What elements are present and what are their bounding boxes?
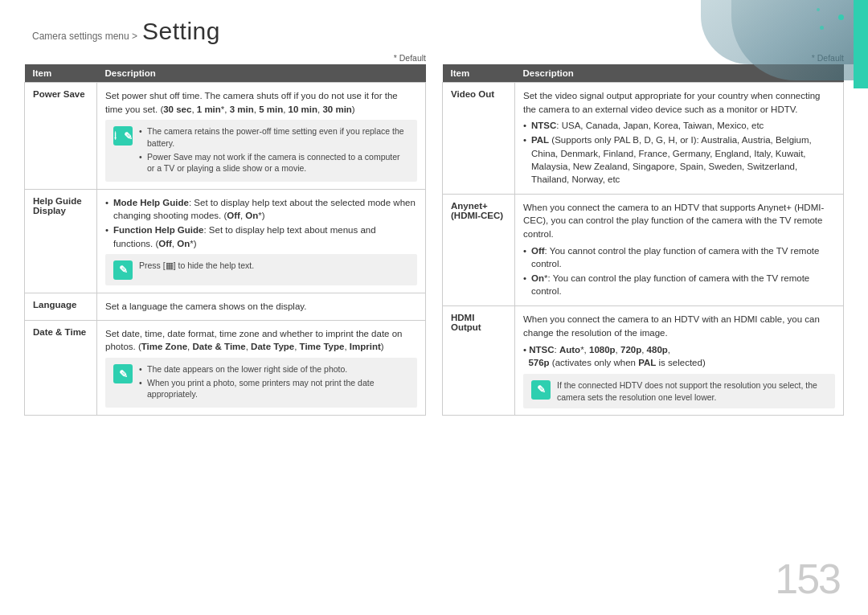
list-item: Function Help Guide: Set to display help…	[105, 223, 417, 249]
help-guide-note-text: Press [▦] to hide the help text.	[139, 260, 254, 272]
table-row: HDMI Output When you connect the camera …	[443, 306, 844, 416]
left-col-desc: Description	[97, 64, 426, 83]
note-icon-help-guide: ✎	[113, 260, 133, 280]
table-row: Help GuideDisplay Mode Help Guide: Set t…	[25, 190, 426, 293]
anynet-list: Off: You cannot control the play functio…	[523, 244, 835, 297]
list-item: PAL (Supports only PAL B, D, G, H, or I)…	[523, 133, 835, 185]
date-time-intro: Set date, time, date format, time zone a…	[105, 327, 417, 354]
page-title: Setting	[142, 18, 220, 45]
left-table-container: * Default Item Description Power Save Se…	[24, 53, 426, 416]
desc-video-out: Set the video signal output appropriate …	[515, 83, 844, 195]
list-item: The camera retains the power-off time se…	[139, 125, 409, 149]
note-icon-hdmi: ✎	[531, 380, 551, 400]
item-help-guide: Help GuideDisplay	[25, 190, 97, 293]
page-header: Camera settings menu > Setting	[0, 0, 868, 53]
list-item: When you print a photo, some printers ma…	[139, 377, 409, 400]
help-guide-list: Mode Help Guide: Set to display help tex…	[105, 196, 417, 249]
desc-help-guide: Mode Help Guide: Set to display help tex…	[97, 190, 426, 293]
desc-date-time: Set date, time, date format, time zone a…	[97, 320, 426, 416]
note-icon-date-time: ✎	[113, 364, 133, 383]
video-out-list: NTSC: USA, Canada, Japan, Korea, Taiwan,…	[523, 119, 835, 185]
list-item: Power Save may not work if the camera is…	[139, 151, 409, 174]
power-save-intro: Set power shut off time. The camera shut…	[105, 89, 417, 116]
desc-hdmi: When you connect the camera to an HDTV w…	[515, 306, 844, 416]
item-language: Language	[25, 293, 97, 320]
date-time-note-text: The date appears on the lower right side…	[139, 363, 409, 402]
desc-language: Set a language the camera shows on the d…	[97, 293, 426, 320]
table-row: Date & Time Set date, time, date format,…	[25, 320, 426, 416]
note-icon-power-save: ✎	[113, 126, 133, 146]
right-col-desc: Description	[515, 64, 844, 83]
right-default-note: * Default	[442, 53, 844, 64]
breadcrumb: Camera settings menu >	[32, 31, 137, 42]
left-settings-table: Item Description Power Save Set power sh…	[24, 64, 426, 416]
hdmi-note-text: If the connected HDTV does not support t…	[557, 379, 827, 403]
table-row: Language Set a language the camera shows…	[25, 293, 426, 320]
desc-power-save: Set power shut off time. The camera shut…	[97, 83, 426, 190]
table-row: Video Out Set the video signal output ap…	[443, 83, 844, 195]
hdmi-bullets: • NTSC: Auto*, 1080p, 720p, 480p, 576p (…	[523, 343, 835, 370]
hdmi-note: ✎ If the connected HDTV does not support…	[523, 374, 835, 408]
svg-rect-1	[115, 133, 116, 138]
table-row: Power Save Set power shut off time. The …	[25, 83, 426, 190]
list-item: On*: You can control the play function o…	[523, 272, 835, 297]
item-hdmi: HDMI Output	[443, 306, 515, 416]
anynet-intro: When you connect the camera to an HDTV t…	[523, 201, 835, 241]
right-table-container: * Default Item Description Video Out Set…	[442, 53, 844, 416]
left-col-item: Item	[25, 64, 97, 83]
list-item: NTSC: USA, Canada, Japan, Korea, Taiwan,…	[523, 119, 835, 132]
list-item: The date appears on the lower right side…	[139, 363, 409, 375]
item-anynet: Anynet+(HDMI-CEC)	[443, 194, 515, 305]
desc-anynet: When you connect the camera to an HDTV t…	[515, 194, 844, 305]
power-save-note-text: The camera retains the power-off time se…	[139, 125, 409, 176]
svg-marker-2	[115, 131, 116, 132]
date-time-note: ✎ The date appears on the lower right si…	[105, 358, 417, 408]
main-content: * Default Item Description Power Save Se…	[0, 53, 868, 424]
table-row: Anynet+(HDMI-CEC) When you connect the c…	[443, 194, 844, 305]
list-item: Off: You cannot control the play functio…	[523, 244, 835, 270]
video-out-intro: Set the video signal output appropriate …	[523, 89, 835, 116]
list-item: Mode Help Guide: Set to display help tex…	[105, 196, 417, 222]
power-save-note: ✎ The camera retains the power-off time …	[105, 120, 417, 182]
item-power-save: Power Save	[25, 83, 97, 190]
help-guide-note: ✎ Press [▦] to hide the help text.	[105, 254, 417, 285]
item-date-time: Date & Time	[25, 320, 97, 416]
right-col-item: Item	[443, 64, 515, 83]
page-number: 153	[775, 555, 840, 603]
left-default-note: * Default	[24, 53, 426, 64]
item-video-out: Video Out	[443, 83, 515, 195]
right-settings-table: Item Description Video Out Set the video…	[442, 64, 844, 416]
pencil-icon	[113, 130, 124, 141]
hdmi-intro: When you connect the camera to an HDTV w…	[523, 313, 835, 339]
